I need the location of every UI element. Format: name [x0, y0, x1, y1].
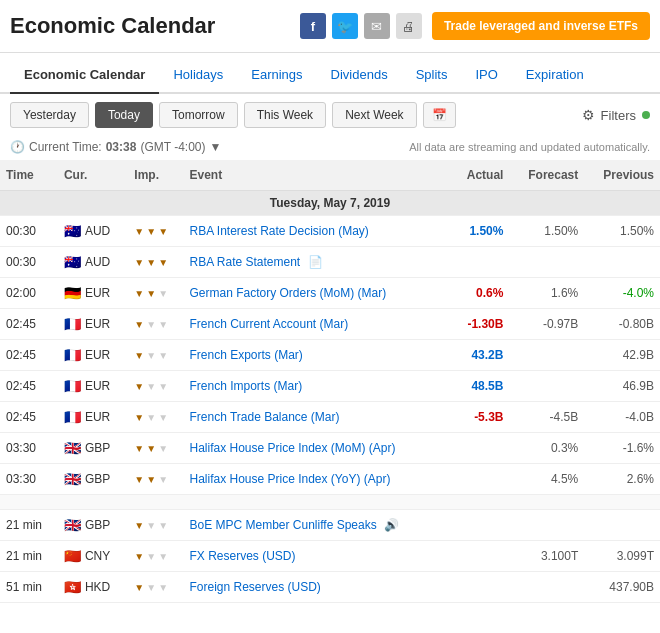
divider-row [0, 495, 660, 510]
dropdown-arrow[interactable]: ▼ [210, 140, 222, 154]
event-time: 00:30 [0, 247, 58, 278]
event-forecast: 1.50% [509, 216, 584, 247]
event-forecast [509, 340, 584, 371]
importance-filled: ▼ [158, 226, 168, 237]
event-previous: 46.9B [584, 371, 660, 402]
importance-filled: ▼ [134, 443, 144, 454]
social-icons: f 🐦 ✉ 🖨 [300, 13, 422, 39]
col-forecast: Forecast [509, 160, 584, 191]
print-icon[interactable]: 🖨 [396, 13, 422, 39]
event-currency: 🇨🇳 CNY [58, 541, 128, 572]
yesterday-button[interactable]: Yesterday [10, 102, 89, 128]
currency-code: CNY [85, 549, 110, 563]
importance-filled: ▼ [134, 582, 144, 593]
event-name[interactable]: FX Reserves (USD) [183, 541, 450, 572]
event-time: 21 min [0, 510, 58, 541]
event-name[interactable]: French Current Account (Mar) [183, 309, 450, 340]
currency-flag: 🇫🇷 [64, 316, 81, 332]
currency-code: GBP [85, 472, 110, 486]
this-week-button[interactable]: This Week [244, 102, 326, 128]
event-time: 02:45 [0, 340, 58, 371]
event-previous: -1.6% [584, 433, 660, 464]
event-forecast: 0.3% [509, 433, 584, 464]
importance-filled: ▼ [146, 257, 156, 268]
event-name[interactable]: Foreign Reserves (USD) [183, 572, 450, 603]
importance-empty: ▼ [146, 350, 156, 361]
event-name[interactable]: RBA Rate Statement 📄 [183, 247, 450, 278]
table-row: 02:45 🇫🇷 EUR ▼▼▼ French Imports (Mar) 48… [0, 371, 660, 402]
table-row: 02:45 🇫🇷 EUR ▼▼▼ French Exports (Mar) 43… [0, 340, 660, 371]
event-name[interactable]: German Factory Orders (MoM) (Mar) [183, 278, 450, 309]
table-row: 02:45 🇫🇷 EUR ▼▼▼ French Trade Balance (M… [0, 402, 660, 433]
date-label: Tuesday, May 7, 2019 [0, 191, 660, 216]
event-time: 03:30 [0, 464, 58, 495]
tab-earnings[interactable]: Earnings [237, 57, 316, 94]
filter-label[interactable]: Filters [601, 108, 636, 123]
tab-economic-calendar[interactable]: Economic Calendar [10, 57, 159, 94]
event-currency: 🇫🇷 EUR [58, 402, 128, 433]
event-actual [451, 541, 510, 572]
event-previous: -4.0% [584, 278, 660, 309]
trade-button[interactable]: Trade leveraged and inverse ETFs [432, 12, 650, 40]
importance-empty: ▼ [146, 381, 156, 392]
event-forecast: 4.5% [509, 464, 584, 495]
event-actual: 0.6% [451, 278, 510, 309]
currency-flag: 🇦🇺 [64, 223, 81, 239]
importance-filled: ▼ [134, 226, 144, 237]
tab-ipo[interactable]: IPO [461, 57, 511, 94]
event-name[interactable]: Halifax House Price Index (YoY) (Apr) [183, 464, 450, 495]
event-actual: 43.2B [451, 340, 510, 371]
table-row: 21 min 🇨🇳 CNY ▼▼▼ FX Reserves (USD) 3.10… [0, 541, 660, 572]
next-week-button[interactable]: Next Week [332, 102, 416, 128]
event-previous: 3.099T [584, 541, 660, 572]
email-icon[interactable]: ✉ [364, 13, 390, 39]
tab-dividends[interactable]: Dividends [317, 57, 402, 94]
event-forecast [509, 247, 584, 278]
tab-splits[interactable]: Splits [402, 57, 462, 94]
currency-code: EUR [85, 348, 110, 362]
event-name[interactable]: French Imports (Mar) [183, 371, 450, 402]
event-importance: ▼▼▼ [128, 216, 183, 247]
twitter-icon[interactable]: 🐦 [332, 13, 358, 39]
importance-filled: ▼ [134, 412, 144, 423]
event-previous: -4.0B [584, 402, 660, 433]
event-time: 02:45 [0, 371, 58, 402]
event-name[interactable]: RBA Interest Rate Decision (May) [183, 216, 450, 247]
currency-flag: 🇫🇷 [64, 378, 81, 394]
importance-empty: ▼ [158, 288, 168, 299]
event-actual: -1.30B [451, 309, 510, 340]
table-row: 00:30 🇦🇺 AUD ▼▼▼ RBA Rate Statement 📄 [0, 247, 660, 278]
event-name[interactable]: French Trade Balance (Mar) [183, 402, 450, 433]
event-name[interactable]: BoE MPC Member Cunliffe Speaks 🔊 [183, 510, 450, 541]
sound-icon: 🔊 [384, 518, 399, 532]
facebook-icon[interactable]: f [300, 13, 326, 39]
event-actual [451, 572, 510, 603]
currency-code: EUR [85, 286, 110, 300]
tab-holidays[interactable]: Holidays [159, 57, 237, 94]
tomorrow-button[interactable]: Tomorrow [159, 102, 238, 128]
table-row: 03:30 🇬🇧 GBP ▼▼▼ Halifax House Price Ind… [0, 464, 660, 495]
importance-filled: ▼ [134, 551, 144, 562]
event-previous [584, 510, 660, 541]
col-event: Event [183, 160, 450, 191]
table-row: 51 min 🇭🇰 HKD ▼▼▼ Foreign Reserves (USD)… [0, 572, 660, 603]
calendar-picker-button[interactable]: 📅 [423, 102, 456, 128]
importance-empty: ▼ [146, 412, 156, 423]
event-time: 51 min [0, 572, 58, 603]
event-currency: 🇫🇷 EUR [58, 371, 128, 402]
today-button[interactable]: Today [95, 102, 153, 128]
col-currency: Cur. [58, 160, 128, 191]
importance-filled: ▼ [134, 257, 144, 268]
event-name[interactable]: Halifax House Price Index (MoM) (Apr) [183, 433, 450, 464]
importance-empty: ▼ [158, 474, 168, 485]
event-previous: 2.6% [584, 464, 660, 495]
event-name[interactable]: French Exports (Mar) [183, 340, 450, 371]
importance-empty: ▼ [158, 319, 168, 330]
event-previous: 437.90B [584, 572, 660, 603]
currency-flag: 🇨🇳 [64, 548, 81, 564]
importance-empty: ▼ [158, 551, 168, 562]
tab-expiration[interactable]: Expiration [512, 57, 598, 94]
time-display: 🕐 Current Time: 03:38 (GMT -4:00) ▼ [10, 140, 221, 154]
event-actual [451, 510, 510, 541]
importance-filled: ▼ [134, 350, 144, 361]
